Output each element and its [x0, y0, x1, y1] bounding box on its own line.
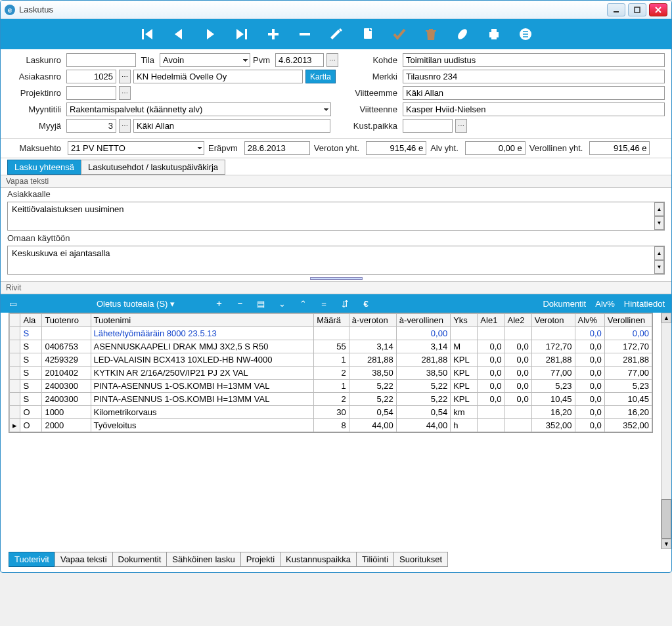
maksuehto-select[interactable]: 21 PV NETTO [68, 141, 204, 155]
bottom-tab[interactable]: Suoritukset [393, 552, 448, 567]
bottom-tab[interactable]: Projekti [240, 552, 280, 567]
label-alvyht: Alv yht. [430, 143, 461, 153]
oletus-tuoteala-dropdown[interactable]: Oletus tuoteala (S) ▾ [97, 299, 175, 309]
col-header[interactable]: Alv% [575, 314, 604, 327]
col-header[interactable]: à-veroton [349, 314, 396, 327]
bottom-tab[interactable]: Vapaa teksti [55, 552, 113, 567]
trash-icon[interactable] [422, 25, 440, 43]
tab-laskutusehdot[interactable]: Laskutusehdot / laskutuspäiväkirja [81, 160, 225, 175]
bottom-tab[interactable]: Dokumentit [112, 552, 168, 567]
col-header[interactable]: Verollinen [604, 314, 652, 327]
myyja-lookup-button[interactable]: ⋯ [119, 119, 131, 133]
prev-icon[interactable] [169, 25, 188, 43]
table-row[interactable]: S2400300PINTA-ASENNUS 1-OS.KOMBI H=13MM … [10, 380, 652, 393]
col-header[interactable]: Tuotenimi [91, 314, 314, 327]
scroll-down-icon[interactable]: ▼ [661, 539, 671, 549]
row-add-icon[interactable]: ＋ [213, 298, 225, 309]
col-header[interactable]: Määrä [314, 314, 349, 327]
splitter-handle[interactable] [1, 276, 671, 281]
spin-up-icon[interactable]: ▲ [654, 246, 664, 260]
scroll-up-icon[interactable]: ▲ [661, 313, 671, 323]
label-asiakkaalle: Asiakkaalle [1, 188, 671, 200]
col-header[interactable]: Ala [20, 314, 42, 327]
table-row[interactable]: S0406753ASENNUSKAAPELI DRAK MMJ 3X2,5 S … [10, 340, 652, 353]
first-icon[interactable] [138, 25, 156, 43]
grid-scrollbar[interactable]: ▲ ▼ [661, 313, 671, 549]
totals-row: Maksuehto 21 PV NETTO Eräpvm Veroton yht… [1, 138, 671, 158]
titlebar[interactable]: e Laskutus [1, 1, 671, 19]
attach-icon[interactable] [453, 25, 472, 43]
minimize-button[interactable] [607, 3, 625, 16]
omaan-textarea[interactable]: Keskuskuva ei ajantasalla ▲▼ [7, 246, 665, 275]
section-rivit: Rivit [1, 281, 671, 294]
print-icon[interactable] [485, 25, 503, 43]
row-down-icon[interactable]: ⌄ [276, 299, 288, 309]
col-header[interactable]: Veroton [531, 314, 575, 327]
col-header[interactable]: à-verollinen [396, 314, 450, 327]
myyntitili-select[interactable]: Rakentamispalvelut (käännetty alv) [66, 102, 331, 116]
col-header[interactable]: Tuotenro [42, 314, 91, 327]
last-icon[interactable] [233, 25, 251, 43]
check-icon[interactable] [390, 25, 409, 43]
myyja-name-input[interactable] [133, 119, 330, 133]
kustpaikka-lookup-button[interactable]: ⋯ [455, 119, 467, 133]
merkki-input[interactable] [403, 70, 665, 83]
projektinro-lookup-button[interactable]: ⋯ [119, 86, 131, 100]
hintatiedot-link[interactable]: Hintatiedot [624, 299, 665, 309]
table-row[interactable]: ▸O2000Työveloitus844,0044,00h352,000,035… [10, 419, 652, 432]
scroll-thumb[interactable] [661, 499, 671, 539]
bottom-tab[interactable]: Tiliöinti [356, 552, 394, 567]
col-header[interactable]: Yks [451, 314, 478, 327]
asiakasnro-input[interactable] [66, 70, 116, 83]
add-icon[interactable] [264, 25, 282, 43]
window-icon[interactable]: ▭ [7, 299, 19, 309]
row-equals-icon[interactable]: = [318, 299, 330, 309]
laskunro-input[interactable] [66, 53, 136, 67]
edit-icon[interactable] [327, 25, 346, 43]
kustpaikka-input[interactable] [403, 119, 453, 133]
table-row[interactable]: S4259329LED-VALAISIN BCX413 10XLED-HB NW… [10, 353, 652, 367]
table-row[interactable]: S2010402KYTKIN AR 2/16A/250V/IP21 PJ 2X … [10, 367, 652, 380]
asiakas-name-input[interactable] [133, 70, 303, 83]
svg-rect-0 [614, 11, 619, 12]
kohde-input[interactable] [403, 53, 665, 67]
col-header[interactable]: Ale1 [478, 314, 504, 327]
rows-grid[interactable]: AlaTuotenroTuotenimiMääräà-verotonà-vero… [9, 313, 653, 433]
projektinro-input[interactable] [66, 86, 116, 100]
tab-lasku-yhteensa[interactable]: Lasku yhteensä [7, 160, 81, 175]
table-row[interactable]: O1000Kilometrikorvaus300,540,54km16,200,… [10, 406, 652, 419]
export-icon[interactable] [516, 25, 535, 43]
dokumentit-link[interactable]: Dokumentit [543, 299, 586, 309]
row-remove-icon[interactable]: － [234, 298, 246, 309]
spin-up-icon[interactable]: ▲ [654, 202, 664, 216]
bottom-tab[interactable]: Tuoterivit [9, 552, 55, 567]
kartta-button[interactable]: Kartta [305, 70, 336, 83]
copy-icon[interactable] [359, 25, 377, 43]
remove-icon[interactable] [296, 25, 314, 43]
table-row[interactable]: S2400300PINTA-ASENNUS 1-OS.KOMBI H=13MM … [10, 393, 652, 406]
viitteenne-input[interactable] [403, 102, 665, 116]
asiakasnro-lookup-button[interactable]: ⋯ [119, 70, 131, 83]
window-title: Laskutus [19, 5, 607, 14]
asiakkaalle-textarea[interactable]: Keittiövalaistuksen uusiminen ▲▼ [7, 202, 665, 231]
bottom-tab[interactable]: Sähköinen lasku [166, 552, 240, 567]
row-up-icon[interactable]: ⌃ [297, 299, 309, 309]
table-row[interactable]: SLähete/työmääräin 8000 23.5.130,000,00,… [10, 327, 652, 340]
spin-down-icon[interactable]: ▼ [654, 216, 664, 230]
myyja-nro-input[interactable] [66, 119, 116, 133]
next-icon[interactable] [201, 25, 219, 43]
row-euro-icon[interactable]: € [360, 299, 372, 309]
pvm-input[interactable] [275, 53, 324, 67]
bottom-tab[interactable]: Kustannuspaikka [280, 552, 357, 567]
row-list-icon[interactable]: ▤ [255, 299, 267, 309]
viitteemme-input[interactable] [403, 86, 665, 100]
col-header[interactable]: Ale2 [504, 314, 531, 327]
maximize-button[interactable] [628, 3, 646, 16]
close-button[interactable] [649, 3, 667, 16]
erapvm-input[interactable] [244, 141, 310, 155]
alv-link[interactable]: Alv% [595, 299, 615, 309]
spin-down-icon[interactable]: ▼ [654, 260, 664, 274]
tila-select[interactable]: Avoin [160, 53, 250, 67]
pvm-picker-button[interactable]: ⋯ [326, 53, 338, 67]
row-sort-icon[interactable]: ⇵ [339, 299, 351, 309]
